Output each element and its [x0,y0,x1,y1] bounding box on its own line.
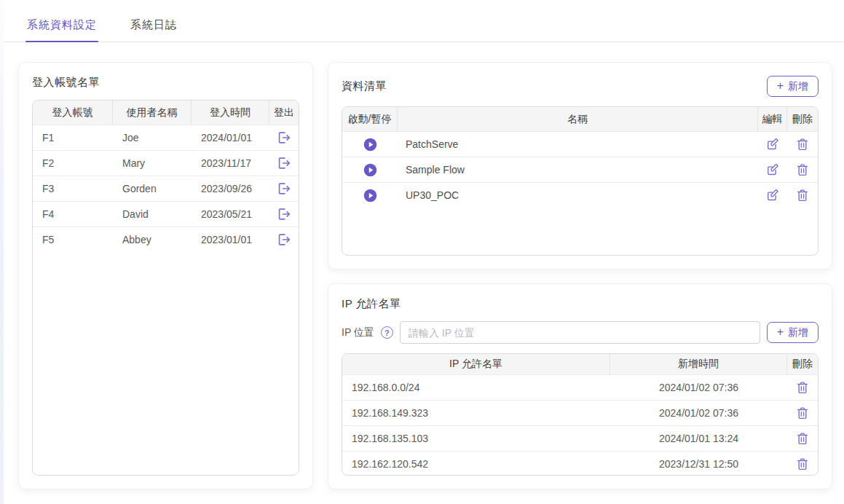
login-account-value: F5 [33,227,113,252]
data-panel-title: 資料清單 [342,79,387,93]
table-row: F4 David 2023/05/21 [33,201,299,227]
added-time-value: 2024/01/02 07:36 [610,401,787,425]
plus-icon: + [777,80,784,92]
col-delete: 刪除 [787,107,818,131]
added-time-value: 2023/12/31 12:50 [610,452,787,476]
login-time-value: 2023/09/26 [192,176,269,201]
edit-icon[interactable] [765,188,780,202]
ip-input[interactable] [400,321,760,344]
delete-icon[interactable] [795,162,810,177]
add-button-label: 新增 [788,80,808,93]
right-column: 資料清單 + 新增 啟動/暫停 名稱 編輯 刪除 PatchServe [328,62,832,489]
play-icon[interactable] [363,188,378,203]
data-table-header: 啟動/暫停 名稱 編輯 刪除 [342,107,818,131]
main-content: 登入帳號名單 登入帳號 使用者名稱 登入時間 登出 F1 Joe 2024/01… [0,42,844,489]
delete-icon[interactable] [795,137,810,151]
data-list-table: 啟動/暫停 名稱 編輯 刪除 PatchServe Sample Flow [342,106,819,256]
help-icon[interactable]: ? [381,326,393,339]
login-account-value: F2 [33,151,113,176]
page-edge-decoration [0,0,4,504]
delete-icon[interactable] [795,431,810,446]
ip-form: IP 位置 ? + 新增 [342,321,819,344]
flow-name: PatchServe [398,138,458,150]
table-row: PatchServe [342,131,818,157]
table-row: 192.168.0.0/24 2024/01/02 07:36 [342,374,818,400]
delete-icon[interactable] [795,406,810,420]
add-data-button[interactable]: + 新增 [767,76,819,97]
user-name-value: Abbey [113,227,192,252]
flow-name: UP30_POC [398,189,459,201]
added-time-value: 2024/01/02 07:36 [610,375,787,400]
user-name-value: David [113,202,192,227]
delete-icon[interactable] [795,457,810,471]
table-row: F5 Abbey 2023/01/01 [33,227,299,252]
col-edit: 編輯 [758,107,787,131]
logout-icon[interactable] [276,130,292,146]
login-accounts-panel: 登入帳號名單 登入帳號 使用者名稱 登入時間 登出 F1 Joe 2024/01… [18,62,313,489]
col-delete: 刪除 [787,354,818,374]
ip-allowlist-panel: IP 允許名單 IP 位置 ? + 新增 IP 允許名單 新增時間 刪除 192… [328,283,832,489]
logout-icon[interactable] [276,232,292,248]
login-account-value: F1 [33,125,113,150]
ip-value: 192.162.120.542 [342,452,610,476]
data-list-panel: 資料清單 + 新增 啟動/暫停 名稱 編輯 刪除 PatchServe [328,62,832,269]
table-row: Sample Flow [342,157,818,182]
login-accounts-table: 登入帳號 使用者名稱 登入時間 登出 F1 Joe 2024/01/01 F2 … [32,100,299,476]
col-name: 名稱 [398,107,758,131]
added-time-value: 2024/01/01 13:24 [610,426,787,451]
login-time-value: 2024/01/01 [192,125,269,150]
user-name-value: Gorden [113,176,192,201]
user-name-value: Mary [113,151,192,176]
table-row: 192.162.120.542 2023/12/31 12:50 [342,451,818,476]
ip-value: 192.168.149.323 [342,401,610,425]
table-row: UP30_POC [342,182,818,208]
ip-panel-title: IP 允許名單 [342,297,819,311]
flow-name: Sample Flow [398,164,465,176]
delete-icon[interactable] [795,188,810,202]
login-account-value: F4 [33,202,113,227]
logout-icon[interactable] [276,181,292,197]
logout-icon[interactable] [276,206,292,222]
add-button-label: 新增 [788,326,808,339]
login-time-value: 2023/01/01 [192,227,269,252]
ip-table-header: IP 允許名單 新增時間 刪除 [342,354,818,374]
ip-value: 192.168.135.103 [342,426,610,451]
table-row: 192.168.149.323 2024/01/02 07:36 [342,400,818,425]
user-name-value: Joe [113,125,192,150]
edit-icon[interactable] [765,137,780,151]
table-row: F1 Joe 2024/01/01 [33,125,299,150]
tab-system-data-settings[interactable]: 系統資料設定 [27,18,97,42]
ip-allowlist-table: IP 允許名單 新增時間 刪除 192.168.0.0/24 2024/01/0… [342,353,819,476]
col-login-account: 登入帳號 [33,101,113,125]
table-row: F3 Gorden 2023/09/26 [33,176,299,201]
login-time-value: 2023/05/21 [192,202,269,227]
col-login-time: 登入時間 [192,101,269,125]
col-ip-allowlist: IP 允許名單 [342,354,610,374]
col-added-time: 新增時間 [610,354,787,374]
col-logout: 登出 [269,101,299,125]
play-icon[interactable] [363,162,378,178]
plus-icon: + [777,326,784,338]
col-user-name: 使用者名稱 [113,101,192,125]
login-time-value: 2023/11/17 [192,151,269,176]
table-row: 192.168.135.103 2024/01/01 13:24 [342,425,818,451]
login-table-header: 登入帳號 使用者名稱 登入時間 登出 [33,101,299,125]
login-panel-title: 登入帳號名單 [32,76,100,90]
delete-icon[interactable] [795,380,810,395]
tab-bar: 系統資料設定 系統日誌 [0,0,844,42]
edit-icon[interactable] [765,162,780,177]
table-row: F2 Mary 2023/11/17 [33,150,299,176]
tab-system-log[interactable]: 系統日誌 [130,18,177,42]
play-icon[interactable] [363,137,378,152]
login-account-value: F3 [33,176,113,201]
logout-icon[interactable] [276,155,292,171]
add-ip-button[interactable]: + 新增 [767,322,819,343]
ip-value: 192.168.0.0/24 [342,375,610,400]
ip-field-label: IP 位置 [342,326,374,339]
col-start-pause: 啟動/暫停 [342,107,398,131]
